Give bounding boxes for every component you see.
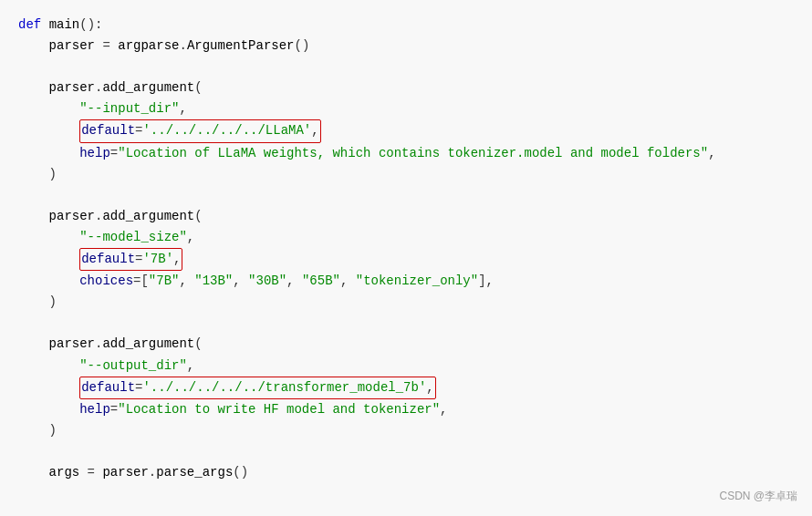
code-line-blank2: [18, 185, 794, 206]
highlight-output-dir: default='../../../../../transformer_mode…: [79, 377, 435, 399]
code-line-14: ): [18, 292, 794, 313]
code-line-12: default='7B',: [18, 248, 794, 271]
code-line-20: ): [18, 420, 794, 441]
watermark: CSDN @李卓瑞: [719, 488, 797, 505]
code-line-18: default='../../../../../transformer_mode…: [18, 377, 794, 399]
code-line-22: args = parser.parse_args(): [18, 462, 794, 483]
code-line-17: "--output_dir",: [18, 356, 794, 377]
code-line-blank3: [18, 313, 794, 334]
code-line-19: help="Location to write HF model and tok…: [18, 399, 794, 420]
code-line-11: "--model_size",: [18, 227, 794, 248]
code-block: def main(): parser = argparse.ArgumentPa…: [0, 0, 812, 516]
code-line-blank1: [18, 57, 794, 77]
code-line-10: parser.add_argument(: [18, 206, 794, 227]
code-line-6: default='../../../../../LLaMA',: [18, 119, 794, 142]
code-line-7: help="Location of LLaMA weights, which c…: [18, 143, 794, 164]
code-line-16: parser.add_argument(: [18, 334, 794, 355]
highlight-input-dir: default='../../../../../LLaMA',: [79, 119, 320, 142]
code-line-1: def main():: [18, 15, 794, 36]
code-line-2: parser = argparse.ArgumentParser(): [18, 36, 794, 57]
code-line-4: parser.add_argument(: [18, 77, 794, 98]
code-line-8: ): [18, 164, 794, 185]
code-line-blank4: [18, 441, 794, 462]
code-line-13: choices=["7B", "13B", "30B", "65B", "tok…: [18, 271, 794, 292]
highlight-model-size: default='7B',: [79, 248, 182, 271]
code-line-5: "--input_dir",: [18, 98, 794, 119]
